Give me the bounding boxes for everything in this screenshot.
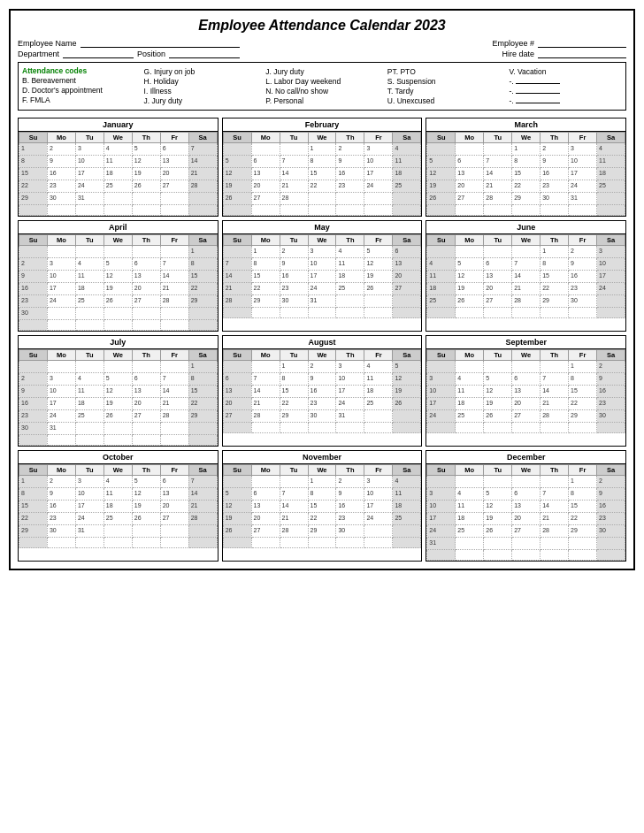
- table-row: 10: [597, 258, 625, 271]
- table-row: [160, 246, 188, 258]
- table-row: 16: [19, 398, 48, 410]
- codes-col-title: Attendance codes B. Bereavement D. Docto…: [22, 66, 135, 106]
- table-row: 22: [19, 180, 48, 193]
- day-header-fr: Fr: [160, 235, 188, 246]
- table-row: 23: [19, 295, 48, 308]
- table-row: 2: [336, 143, 364, 156]
- table-row: [427, 246, 456, 258]
- table-row: 29: [19, 525, 48, 538]
- table-row: 13: [484, 271, 512, 283]
- day-header-fr: Fr: [569, 235, 597, 246]
- calendar-table-april: SuMoTuWeThFrSa12345678910111213141516171…: [19, 234, 218, 331]
- day-header-sa: Sa: [188, 235, 217, 246]
- table-row: 20: [132, 398, 160, 410]
- codes-col-5: V. Vacation -. -. -.: [509, 66, 622, 106]
- calendar-august: AugustSuMoTuWeThFrSa12345678910111213141…: [222, 335, 423, 447]
- day-header-su: Su: [427, 465, 456, 476]
- calendar-title-may: May: [223, 221, 422, 234]
- calendar-title-october: October: [19, 451, 218, 464]
- table-row: 18: [104, 501, 132, 513]
- department-value[interactable]: [63, 50, 134, 58]
- table-row: 21: [251, 398, 280, 410]
- day-header-we: We: [104, 350, 132, 361]
- table-row: 24: [47, 295, 75, 308]
- table-row: 5: [104, 258, 132, 271]
- table-row: 20: [512, 398, 540, 410]
- department-label: Department: [18, 50, 59, 58]
- table-row: [597, 538, 625, 550]
- table-row: 9: [308, 373, 336, 386]
- header-row-2: Department Position Hire date: [18, 50, 626, 58]
- calendar-table-march: SuMoTuWeThFrSa12345678910111213141516171…: [426, 132, 625, 216]
- table-row: 22: [280, 398, 308, 410]
- table-row: 3: [47, 373, 75, 386]
- table-row: 28: [280, 193, 308, 205]
- table-row: 3: [336, 361, 364, 373]
- code-pt: PT. PTO: [387, 67, 501, 76]
- employee-name-value[interactable]: [80, 39, 240, 48]
- table-row: 6: [223, 373, 251, 386]
- table-row: 7: [160, 373, 188, 386]
- department-field: Department Position: [18, 50, 322, 58]
- table-row: 28: [512, 295, 540, 308]
- table-row: 21: [280, 513, 308, 525]
- table-row: 27: [512, 525, 540, 538]
- day-header-sa: Sa: [393, 465, 421, 476]
- table-row: 19: [456, 283, 484, 295]
- day-header-tu: Tu: [75, 350, 104, 361]
- table-row: 26: [456, 295, 484, 308]
- table-row: 27: [512, 410, 540, 423]
- table-row: 29: [569, 525, 597, 538]
- table-row: 10: [75, 156, 104, 168]
- table-row: 10: [364, 488, 393, 501]
- table-row: 11: [75, 386, 104, 398]
- table-row: 9: [336, 156, 364, 168]
- table-row: [393, 525, 421, 538]
- table-row: 27: [456, 193, 484, 205]
- table-row: 11: [336, 258, 364, 271]
- table-row: 13: [512, 386, 540, 398]
- calendar-january: JanuarySuMoTuWeThFrSa1234567891011121314…: [18, 118, 218, 217]
- table-row: 7: [188, 143, 217, 156]
- code-s: S. Suspension: [387, 77, 501, 86]
- table-row: 24: [364, 513, 393, 525]
- day-header-mo: Mo: [47, 133, 75, 143]
- calendar-row-2: AprilSuMoTuWeThFrSa123456789101112131415…: [18, 220, 626, 332]
- table-row: 12: [364, 258, 393, 271]
- code-u: U. Unexcused: [387, 96, 501, 105]
- table-row: 24: [569, 180, 597, 193]
- table-row: 14: [188, 488, 217, 501]
- table-row: 2: [308, 361, 336, 373]
- position-value[interactable]: [169, 50, 240, 58]
- table-row: [427, 143, 456, 156]
- calendars-container: JanuarySuMoTuWeThFrSa1234567891011121314…: [18, 118, 626, 562]
- table-row: 21: [188, 501, 217, 513]
- hire-date-value[interactable]: [538, 50, 626, 58]
- employee-num-value[interactable]: [538, 39, 626, 48]
- table-row: 28: [251, 410, 280, 423]
- table-row: 9: [280, 258, 308, 271]
- code-dash3: -.: [509, 96, 622, 105]
- day-header-mo: Mo: [251, 235, 280, 246]
- day-header-tu: Tu: [484, 465, 512, 476]
- table-row: 16: [336, 168, 364, 180]
- day-header-su: Su: [427, 133, 456, 143]
- day-header-we: We: [512, 235, 540, 246]
- table-row: 1: [569, 361, 597, 373]
- code-n: N. No call/no show: [265, 87, 379, 96]
- table-row: 13: [393, 258, 421, 271]
- table-row: 4: [104, 143, 132, 156]
- calendar-title-august: August: [223, 336, 422, 349]
- table-row: 23: [47, 180, 75, 193]
- table-row: [336, 193, 364, 205]
- table-row: 17: [75, 501, 104, 513]
- table-row: [540, 538, 569, 550]
- code-v: V. Vacation: [509, 67, 622, 76]
- table-row: 21: [540, 398, 569, 410]
- day-header-mo: Mo: [456, 350, 484, 361]
- table-row: 17: [597, 271, 625, 283]
- table-row: 22: [251, 283, 280, 295]
- table-row: 26: [132, 513, 160, 525]
- table-row: [280, 476, 308, 488]
- table-row: [75, 246, 104, 258]
